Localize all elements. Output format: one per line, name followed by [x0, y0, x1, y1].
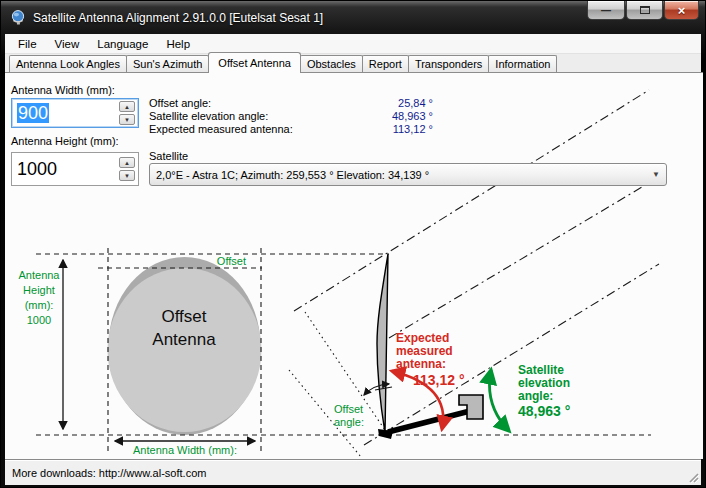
elevation-readout-value: 48,963 °: [289, 110, 433, 122]
window-controls: — ×: [587, 1, 699, 20]
expected-label-1: Expected: [396, 331, 449, 345]
app-globe-icon: [10, 9, 27, 26]
menu-language[interactable]: Language: [88, 36, 157, 52]
status-bar: More downloads: http://www.al-soft.com: [5, 459, 701, 485]
chevron-down-icon: ▼: [646, 170, 666, 179]
expected-label-2: measured: [396, 344, 453, 358]
tab-report[interactable]: Report: [362, 55, 409, 72]
height-spin-down-button[interactable]: ▼: [119, 170, 135, 181]
expected-readout-value: 113,12 °: [289, 123, 433, 135]
front-dish-label-2: Antenna: [152, 330, 216, 349]
antenna-height-value: 1000: [17, 158, 117, 180]
elevation-labels: Satellite elevation angle: 48,963 °: [518, 363, 570, 419]
width-spin-up-button[interactable]: ▲: [119, 101, 135, 112]
expected-labels: Expected measured antenna: 113,12 °: [396, 331, 465, 388]
antenna-width-label: Antenna Width (mm):: [11, 84, 115, 96]
elevation-readout-label: Satellite elevation angle:: [149, 110, 268, 122]
satellite-selected-option: 2,0°E - Astra 1C; Azimuth: 259,553 ° Ele…: [150, 169, 646, 181]
spin-up-icon: ▲: [124, 160, 130, 166]
tab-strip: Antenna Look Angles Sun's Azimuth Offset…: [5, 54, 701, 72]
spin-up-icon: ▲: [124, 104, 130, 110]
antenna-height-spinner: ▲ ▼: [119, 157, 135, 181]
tab-suns-azimuth[interactable]: Sun's Azimuth: [126, 55, 209, 72]
expected-value: 113,12 °: [413, 372, 465, 388]
tab-obstacles[interactable]: Obstacles: [300, 55, 363, 72]
resize-grip[interactable]: [687, 471, 700, 484]
spin-down-icon: ▼: [124, 117, 130, 123]
elevation-label-2: elevation: [518, 376, 570, 390]
satellite-select[interactable]: 2,0°E - Astra 1C; Azimuth: 259,553 ° Ele…: [149, 163, 667, 186]
menu-bar: File View Language Help: [5, 34, 701, 54]
antenna-width-input[interactable]: 900 ▲ ▼: [11, 98, 139, 128]
close-icon: ×: [678, 3, 686, 18]
menu-file[interactable]: File: [9, 36, 46, 52]
status-text: More downloads: http://www.al-soft.com: [5, 467, 206, 479]
antenna-width-spinner: ▲ ▼: [119, 101, 135, 125]
tab-transponders[interactable]: Transponders: [408, 55, 489, 72]
elevation-value: 48,963 °: [518, 403, 570, 419]
expected-label-3: antenna:: [396, 357, 446, 371]
antenna-width-value: 900: [17, 102, 117, 124]
menu-help[interactable]: Help: [157, 36, 199, 52]
spin-down-icon: ▼: [124, 173, 130, 179]
height-label-3: (mm):: [25, 299, 54, 311]
maximize-icon: [640, 6, 650, 14]
offset-antenna-page: Offset Antenna: [5, 72, 703, 459]
elevation-angle-arc: [489, 370, 509, 431]
height-label-2: Height: [23, 284, 55, 296]
minimize-icon: —: [601, 5, 611, 16]
title-bar: Satellite Antenna Alignment 2.91.0.0 [Eu…: [5, 1, 701, 34]
antenna-height-input[interactable]: 1000 ▲ ▼: [11, 152, 139, 186]
menu-view[interactable]: View: [46, 36, 89, 52]
offset-label: Offset: [217, 255, 246, 267]
tab-information[interactable]: Information: [488, 55, 557, 72]
offset-angle-arc: [364, 384, 392, 395]
satellite-label: Satellite: [149, 150, 188, 162]
antenna-height-label: Antenna Height (mm):: [11, 135, 119, 147]
front-dish-label-1: Offset: [161, 307, 206, 326]
app-window: Satellite Antenna Alignment 2.91.0.0 [Eu…: [0, 0, 706, 488]
height-spin-up-button[interactable]: ▲: [119, 157, 135, 168]
offset-angle-label-1: Offset: [334, 403, 363, 415]
expected-readout-label: Expected measured antenna:: [149, 123, 293, 135]
height-label-1: Antenna: [19, 269, 61, 281]
width-label: Antenna Width (mm):: [133, 444, 237, 456]
offset-angle-readout-label: Offset angle:: [149, 97, 211, 109]
width-spin-down-button[interactable]: ▼: [119, 114, 135, 125]
height-label-4: 1000: [27, 314, 51, 326]
minimize-button[interactable]: —: [587, 1, 625, 20]
window-title: Satellite Antenna Alignment 2.91.0.0 [Eu…: [33, 11, 323, 25]
offset-angle-label-2: angle:: [334, 416, 364, 428]
elevation-label-1: Satellite: [518, 363, 564, 377]
tab-offset-antenna[interactable]: Offset Antenna: [208, 52, 301, 73]
elevation-label-3: angle:: [518, 389, 553, 403]
close-button[interactable]: ×: [664, 1, 699, 20]
offset-angle-readout-value: 25,84 °: [289, 97, 433, 109]
maximize-button[interactable]: [626, 1, 663, 20]
lnb-arm: [388, 411, 470, 432]
front-view-dish: Offset Antenna: [108, 257, 262, 435]
tab-antenna-look-angles[interactable]: Antenna Look Angles: [9, 55, 127, 72]
